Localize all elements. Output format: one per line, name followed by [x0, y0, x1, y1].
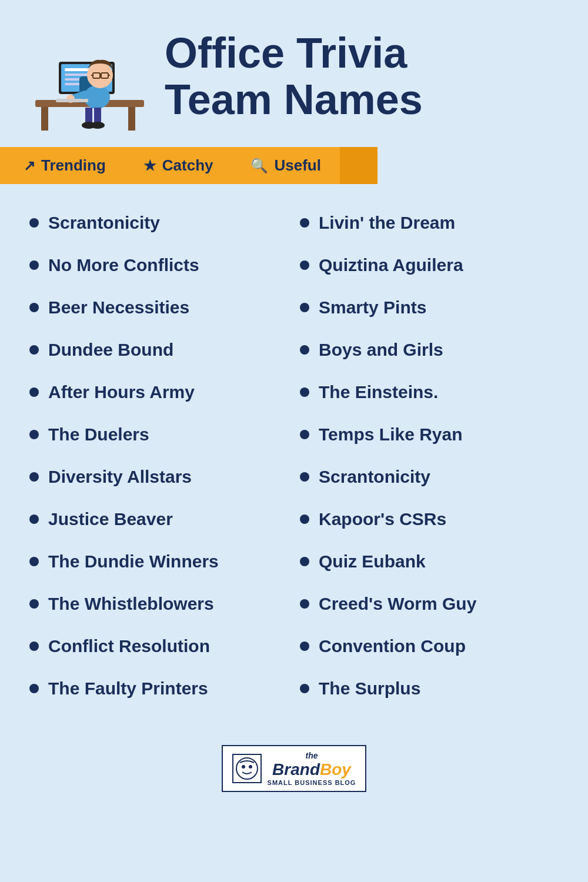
item-text: Kapoor's CSRs — [319, 509, 446, 530]
header-text: Office Trivia Team Names — [165, 30, 423, 123]
bullet — [300, 260, 309, 270]
brand-name: BrandBoy — [272, 760, 351, 779]
bullet — [29, 557, 39, 566]
bullet — [300, 430, 309, 439]
item-text: The Faulty Printers — [48, 678, 208, 699]
list-item: Beer Necessities — [24, 286, 294, 329]
item-text: Dundee Bound — [48, 339, 173, 360]
item-text: Smarty Pints — [319, 297, 426, 318]
item-text: Boys and Girls — [319, 339, 443, 360]
bullet — [29, 387, 39, 397]
bullet — [29, 345, 39, 355]
item-text: Convention Coup — [319, 636, 466, 657]
svg-rect-8 — [65, 74, 88, 76]
svg-point-27 — [242, 765, 245, 769]
bullet — [300, 387, 309, 397]
tab-useful[interactable]: 🔍 Useful — [232, 147, 339, 184]
bullet — [300, 684, 309, 693]
tab-catchy[interactable]: ★ Catchy — [125, 147, 232, 184]
tab-trending-label: Trending — [41, 156, 106, 175]
bullet — [300, 599, 309, 609]
list-item: Temps Like Ryan — [294, 413, 564, 456]
bullet — [300, 472, 309, 482]
bullet — [300, 557, 309, 566]
tab-useful-label: Useful — [274, 156, 320, 175]
list-item: No More Conflicts — [24, 244, 294, 286]
right-column: Livin' the Dream Quiztina Aguilera Smart… — [294, 202, 564, 710]
list-item: Convention Coup — [294, 625, 564, 667]
bullet — [29, 218, 39, 228]
item-text: Diversity Allstars — [48, 466, 192, 487]
list-item: The Dundie Winners — [24, 540, 294, 583]
list-item: Justice Beaver — [24, 498, 294, 540]
list-item: The Whistleblowers — [24, 583, 294, 625]
list-item: Diversity Allstars — [24, 456, 294, 498]
tab-trending[interactable]: ↗ Trending — [5, 147, 125, 184]
header-illustration — [24, 18, 153, 135]
bullet — [29, 514, 39, 524]
svg-rect-20 — [56, 99, 88, 102]
item-text: After Hours Army — [48, 382, 195, 403]
item-text: Quiztina Aguilera — [319, 255, 463, 276]
bullet — [300, 514, 309, 524]
left-column: Scrantonicity No More Conflicts Beer Nec… — [24, 202, 294, 710]
bullet — [29, 430, 39, 439]
item-text: The Einsteins. — [319, 382, 438, 403]
brand-icon — [232, 754, 262, 783]
bullet — [29, 684, 39, 693]
content-area: Scrantonicity No More Conflicts Beer Nec… — [0, 184, 588, 727]
brand-the: the — [306, 751, 318, 760]
tab-extra — [340, 147, 377, 184]
item-text: The Surplus — [319, 678, 420, 699]
item-text: Creed's Worm Guy — [319, 593, 476, 614]
footer: the BrandBoy SMALL BUSINESS BLOG — [0, 733, 588, 804]
list-item: The Faulty Printers — [24, 667, 294, 710]
item-text: Beer Necessities — [48, 297, 189, 318]
list-item: Boys and Girls — [294, 329, 564, 371]
brand-sub: SMALL BUSINESS BLOG — [268, 779, 356, 786]
item-text: Temps Like Ryan — [319, 424, 463, 445]
bullet — [300, 642, 309, 651]
header: Office Trivia Team Names — [0, 0, 588, 147]
list-item: Scrantonicity — [24, 202, 294, 244]
list-item: The Duelers — [24, 413, 294, 456]
list-item: Dundee Bound — [24, 329, 294, 371]
item-text: Scrantonicity — [319, 466, 430, 487]
list-item: Smarty Pints — [294, 286, 564, 329]
svg-point-12 — [84, 85, 110, 109]
item-text: Conflict Resolution — [48, 636, 210, 657]
bullet — [29, 260, 39, 270]
list-item: Creed's Worm Guy — [294, 583, 564, 625]
list-item: The Einsteins. — [294, 371, 564, 413]
item-text: Scrantonicity — [48, 212, 160, 233]
tabs-bar: ↗ Trending ★ Catchy 🔍 Useful — [0, 147, 588, 184]
bullet — [29, 642, 39, 651]
list-item: Quiz Eubank — [294, 540, 564, 583]
useful-icon: 🔍 — [250, 158, 268, 174]
list-item: Kapoor's CSRs — [294, 498, 564, 540]
svg-rect-1 — [41, 107, 48, 131]
item-text: Justice Beaver — [48, 509, 173, 530]
brand-text: the BrandBoy SMALL BUSINESS BLOG — [268, 751, 356, 786]
item-text: Quiz Eubank — [319, 551, 426, 572]
tab-catchy-label: Catchy — [162, 156, 213, 175]
bullet — [29, 303, 39, 312]
svg-rect-2 — [128, 107, 135, 131]
list-item: The Surplus — [294, 667, 564, 710]
bullet — [300, 218, 309, 228]
item-text: Livin' the Dream — [319, 212, 455, 233]
bullet — [29, 472, 39, 482]
list-item: Conflict Resolution — [24, 625, 294, 667]
bullet — [300, 303, 309, 312]
item-text: The Whistleblowers — [48, 593, 214, 614]
list-item: Scrantonicity — [294, 456, 564, 498]
list-item: After Hours Army — [24, 371, 294, 413]
svg-point-24 — [91, 122, 105, 129]
svg-point-28 — [249, 765, 252, 769]
item-text: The Dundie Winners — [48, 551, 219, 572]
item-text: The Duelers — [48, 424, 149, 445]
list-item: Livin' the Dream — [294, 202, 564, 244]
brand-logo: the BrandBoy SMALL BUSINESS BLOG — [222, 745, 367, 792]
bullet — [300, 345, 309, 355]
list-item: Quiztina Aguilera — [294, 244, 564, 286]
